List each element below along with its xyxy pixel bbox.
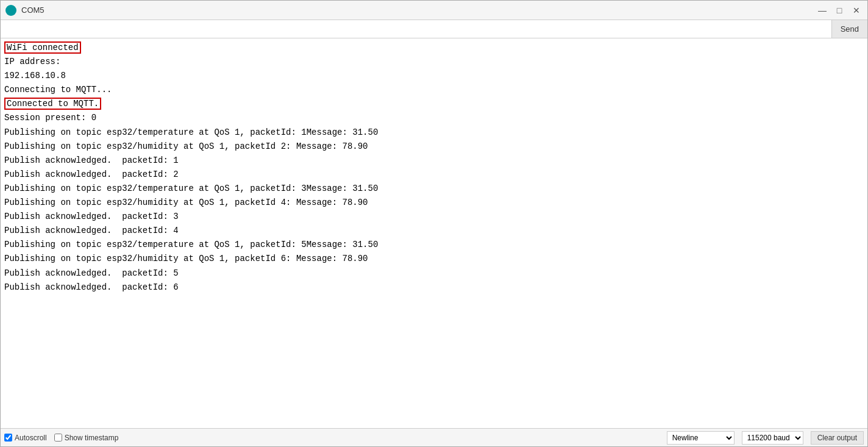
arduino-logo <box>5 5 16 16</box>
send-input[interactable] <box>1 20 831 38</box>
autoscroll-checkbox[interactable] <box>4 434 12 442</box>
status-bar: Autoscroll Show timestamp Newline No lin… <box>1 428 867 446</box>
output-line: Publishing on topic esp32/temperature at… <box>4 238 864 252</box>
output-line: IP address: <box>4 55 864 69</box>
maximize-button[interactable]: □ <box>833 4 845 16</box>
send-button[interactable]: Send <box>831 20 867 38</box>
output-line: Publish acknowledged. packetId: 6 <box>4 281 864 295</box>
timestamp-label: Show timestamp <box>65 434 119 442</box>
output-line: Connecting to MQTT... <box>4 83 864 97</box>
send-bar: Send <box>1 20 867 38</box>
output-line: Publishing on topic esp32/humidity at Qo… <box>4 252 864 266</box>
clear-output-button[interactable]: Clear output <box>811 431 864 445</box>
output-area[interactable]: WiFi connectedIP address:192.168.10.8Con… <box>1 38 867 428</box>
title-bar: COM5 — □ ✕ <box>1 1 867 20</box>
output-line: Connected to MQTT. <box>4 97 864 111</box>
output-line: Publish acknowledged. packetId: 5 <box>4 266 864 281</box>
output-line: 192.168.10.8 <box>4 69 864 83</box>
window-controls: — □ ✕ <box>816 4 863 16</box>
output-line: Publish acknowledged. packetId: 4 <box>4 224 864 238</box>
output-line: Publishing on topic esp32/humidity at Qo… <box>4 140 864 154</box>
timestamp-checkbox[interactable] <box>54 434 62 442</box>
close-button[interactable]: ✕ <box>850 4 863 16</box>
output-line: Session present: 0 <box>4 111 864 125</box>
timestamp-group: Show timestamp <box>54 434 119 442</box>
output-line: WiFi connected <box>4 41 864 55</box>
highlighted-text: Connected to MQTT. <box>4 98 101 110</box>
minimize-button[interactable]: — <box>816 4 828 16</box>
output-line: Publish acknowledged. packetId: 1 <box>4 154 864 168</box>
output-line: Publish acknowledged. packetId: 2 <box>4 168 864 182</box>
output-line: Publishing on topic esp32/temperature at… <box>4 126 864 140</box>
output-wrapper: WiFi connectedIP address:192.168.10.8Con… <box>1 38 867 428</box>
highlighted-text: WiFi connected <box>4 41 81 54</box>
window-title: COM5 <box>21 5 816 15</box>
main-window: COM5 — □ ✕ Send WiFi connectedIP address… <box>0 0 868 447</box>
output-line: Publishing on topic esp32/temperature at… <box>4 182 864 196</box>
newline-dropdown[interactable]: Newline No line ending Carriage return B… <box>667 431 735 445</box>
autoscroll-group: Autoscroll <box>4 434 47 442</box>
baud-dropdown[interactable]: 300 baud 1200 baud 2400 baud 4800 baud 9… <box>742 431 803 445</box>
output-line: Publishing on topic esp32/humidity at Qo… <box>4 196 864 210</box>
autoscroll-label: Autoscroll <box>15 434 47 442</box>
output-line: Publish acknowledged. packetId: 3 <box>4 210 864 224</box>
